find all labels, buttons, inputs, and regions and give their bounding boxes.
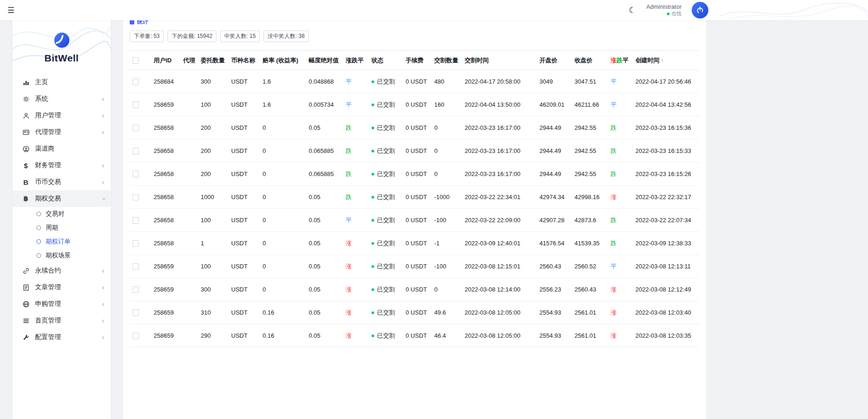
cell-open-price: 46209.01 bbox=[537, 93, 572, 116]
status-dot-icon bbox=[371, 265, 374, 268]
list-icon bbox=[22, 317, 30, 324]
sidebar-item-10[interactable]: 申购管理‹ bbox=[12, 296, 111, 312]
cell-close-price: 41539.35 bbox=[572, 232, 608, 255]
cell-fee: 0 USDT bbox=[403, 70, 431, 93]
cell-close-price: 2942.55 bbox=[572, 116, 608, 140]
cell-user-id: 258658 bbox=[151, 140, 180, 163]
row-checkbox[interactable] bbox=[132, 79, 139, 85]
dark-mode-moon-icon[interactable]: ☾ bbox=[629, 5, 636, 15]
logo-text: BitWell bbox=[12, 53, 111, 64]
cell-amount: 290 bbox=[198, 324, 228, 347]
cell-amount: 100 bbox=[198, 93, 228, 116]
cell-range: 0.065885 bbox=[306, 140, 343, 163]
sidebar-item-label: 首页管理 bbox=[35, 316, 97, 325]
cell-checkbox bbox=[130, 93, 151, 116]
row-checkbox[interactable] bbox=[132, 240, 139, 247]
sidebar-item-2[interactable]: 用户管理‹ bbox=[12, 107, 111, 124]
sidebar-item-9[interactable]: 文章管理‹ bbox=[12, 279, 111, 296]
topbar: ☰ ☾ Administrator 在线 bbox=[0, 0, 868, 20]
user-name: Administrator bbox=[646, 3, 682, 11]
sidebar-subitem-label: 期权订单 bbox=[46, 237, 71, 246]
row-checkbox[interactable] bbox=[132, 102, 139, 108]
sidebar-subitem-2[interactable]: 期权订单 bbox=[12, 235, 111, 249]
sidebar-item-11[interactable]: 首页管理‹ bbox=[12, 312, 111, 329]
cell-coin: USDT bbox=[228, 93, 260, 116]
cell-direction: 跌 bbox=[343, 116, 369, 140]
sidebar-item-0[interactable]: 主页 bbox=[12, 74, 111, 91]
cell-coin: USDT bbox=[228, 163, 260, 186]
column-header-14[interactable]: 创建时间↑ bbox=[633, 51, 700, 70]
row-checkbox[interactable] bbox=[132, 125, 139, 131]
cell-result: 跌 bbox=[608, 163, 633, 186]
cell-settle-time: 2022-03-23 16:17:00 bbox=[462, 140, 537, 163]
cell-user-id: 258658 bbox=[151, 116, 180, 140]
cell-coin: USDT bbox=[228, 301, 260, 324]
sidebar-item-label: 代理管理 bbox=[35, 128, 97, 136]
cell-created-at: 2022-03-09 12:38:33 bbox=[633, 232, 700, 255]
cell-checkbox bbox=[130, 324, 151, 347]
cell-coin: USDT bbox=[228, 186, 260, 209]
cell-user-id: 258659 bbox=[151, 255, 180, 278]
select-all-checkbox[interactable] bbox=[132, 57, 139, 64]
cell-result: 涨 bbox=[608, 324, 633, 347]
row-checkbox[interactable] bbox=[132, 263, 139, 270]
status-dot-icon bbox=[371, 334, 374, 337]
column-header-6: 涨跌平 bbox=[343, 51, 369, 70]
power-icon bbox=[696, 6, 704, 14]
cell-user-id: 258659 bbox=[151, 301, 180, 324]
cell-odds: 0 bbox=[260, 163, 306, 186]
sidebar-item-4[interactable]: 渠道商 bbox=[12, 140, 111, 157]
cell-amount: 300 bbox=[198, 70, 228, 93]
orders-header-row: 用户ID代理委托数量币种名称赔率 (收益率)幅度绝对值涨跌平状态手续费交割数量交… bbox=[130, 51, 700, 70]
sidebar-subitem-1[interactable]: 周期 bbox=[12, 221, 111, 235]
cell-close-price: 2561.01 bbox=[572, 324, 608, 347]
cell-odds: 0.16 bbox=[260, 301, 306, 324]
status-dot-icon bbox=[371, 173, 374, 176]
row-checkbox[interactable] bbox=[132, 171, 139, 177]
cell-direction: 涨 bbox=[343, 232, 369, 255]
sidebar-subitem-3[interactable]: 期权场景 bbox=[12, 249, 111, 262]
gear-icon bbox=[22, 96, 30, 103]
row-checkbox[interactable] bbox=[132, 333, 139, 339]
cell-open-price: 2944.49 bbox=[537, 163, 572, 186]
cell-range: 0.05 bbox=[306, 232, 343, 255]
cell-odds: 0.16 bbox=[260, 324, 306, 347]
cell-settle-qty: -1 bbox=[431, 232, 462, 255]
header-checkbox-cell bbox=[130, 51, 151, 70]
row-checkbox[interactable] bbox=[132, 310, 139, 316]
status-dot-icon bbox=[371, 150, 374, 152]
logout-avatar-button[interactable] bbox=[692, 2, 708, 18]
sidebar-item-7[interactable]: ฿期权交易‹ bbox=[12, 190, 111, 207]
cell-settle-time: 2022-03-23 16:17:00 bbox=[462, 116, 537, 140]
cell-odds: 0 bbox=[260, 140, 306, 163]
column-header-10: 交割时间 bbox=[462, 51, 537, 70]
status-dot-icon bbox=[371, 80, 374, 83]
cell-settle-time: 2022-03-09 12:40:01 bbox=[462, 232, 537, 255]
row-checkbox[interactable] bbox=[132, 194, 139, 200]
sidebar-item-3[interactable]: 代理管理‹ bbox=[12, 124, 111, 140]
cell-fee: 0 USDT bbox=[403, 140, 431, 163]
cell-status: 已交割 bbox=[369, 140, 403, 163]
cell-user-id: 258658 bbox=[151, 209, 180, 232]
sidebar-item-6[interactable]: B币币交易‹ bbox=[12, 174, 111, 190]
cell-coin: USDT bbox=[228, 278, 260, 301]
user-block[interactable]: Administrator 在线 bbox=[646, 3, 682, 17]
cell-agent bbox=[180, 301, 198, 324]
cell-user-id: 258659 bbox=[151, 93, 180, 116]
hamburger-menu-icon[interactable]: ☰ bbox=[7, 6, 14, 14]
sidebar-subitem-0[interactable]: 交易对 bbox=[12, 207, 111, 221]
row-checkbox[interactable] bbox=[132, 148, 139, 154]
row-checkbox[interactable] bbox=[132, 217, 139, 224]
sidebar-item-1[interactable]: 系统‹ bbox=[12, 91, 111, 107]
row-checkbox[interactable] bbox=[132, 286, 139, 293]
cell-odds: 0 bbox=[260, 232, 306, 255]
user-circle-icon bbox=[22, 146, 30, 152]
cell-agent bbox=[180, 255, 198, 278]
cell-odds: 0 bbox=[260, 255, 306, 278]
sidebar-item-8[interactable]: 永续合约‹ bbox=[12, 262, 111, 279]
cell-open-price: 2556.23 bbox=[537, 278, 572, 301]
cell-user-id: 258658 bbox=[151, 186, 180, 209]
sidebar-item-12[interactable]: 配置管理‹ bbox=[12, 329, 111, 346]
sidebar-item-5[interactable]: $财务管理‹ bbox=[12, 157, 111, 174]
b-coin-icon: B bbox=[22, 178, 30, 186]
